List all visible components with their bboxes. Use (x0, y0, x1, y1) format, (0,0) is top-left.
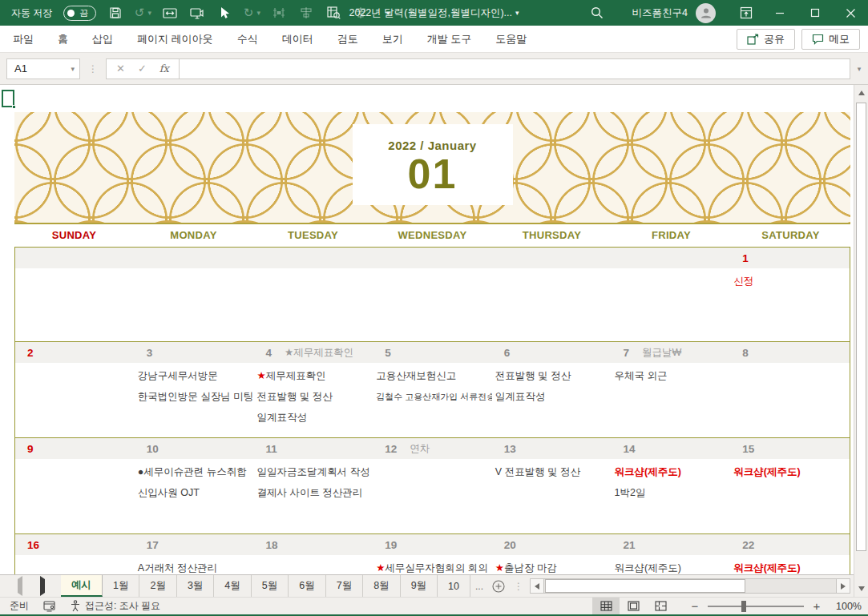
day-cell-9[interactable]: 9 (15, 438, 135, 533)
page-break-preview-button[interactable] (647, 598, 674, 614)
day-cell[interactable] (15, 248, 135, 341)
scroll-right-icon[interactable] (836, 579, 850, 593)
sheet-tab-10[interactable]: 10 (438, 575, 470, 597)
save-icon[interactable] (107, 5, 123, 21)
zoom-out-button[interactable]: − (687, 599, 703, 613)
zoom-in-button[interactable]: + (809, 599, 825, 613)
minimize-button[interactable] (762, 0, 797, 26)
zoom-level[interactable]: 100% (825, 601, 862, 612)
switch-windows-icon[interactable] (162, 5, 178, 21)
date-note: 월급날₩ (642, 346, 681, 360)
day-cell-6[interactable]: 6전표발행 및 정산일계표작성 (492, 342, 612, 437)
schedule-entry: ★제무제표확인 (256, 365, 371, 386)
ribbon-display-options-icon[interactable] (730, 0, 762, 26)
sheet-tab-1월[interactable]: 1월 (103, 575, 139, 597)
sheet-tab-7월[interactable]: 7월 (326, 575, 363, 597)
day-cell-8[interactable]: 8 (730, 342, 850, 437)
sheet-tab-5월[interactable]: 5월 (252, 575, 289, 597)
close-button[interactable] (833, 0, 868, 26)
day-cell-3[interactable]: 3강남구세무서방문한국법인방문 실장님 미팅 (135, 342, 254, 437)
scroll-down-icon[interactable] (854, 582, 868, 595)
sheet-tab-8월[interactable]: 8월 (363, 575, 400, 597)
fill-handle[interactable] (12, 105, 16, 109)
day-cell[interactable] (135, 248, 254, 341)
day-cell-13[interactable]: 13V 전표발행 및 정산 (492, 438, 612, 533)
ribbon-tab-도움말[interactable]: 도움말 (495, 32, 527, 46)
zoom-slider[interactable] (708, 606, 804, 607)
day-cell-22[interactable]: 22워크샵(제주도) (730, 534, 850, 574)
day-cell-11[interactable]: 11일일자금조달계획서 작성결제사 사이트 정산관리 (253, 438, 373, 533)
user-name[interactable]: 비즈폼친구4 (632, 6, 688, 20)
search-icon[interactable] (583, 0, 612, 26)
comments-button[interactable]: 메모 (801, 29, 860, 50)
scroll-left-icon[interactable] (531, 579, 544, 593)
day-cell-1[interactable]: 1신정 (730, 248, 850, 341)
day-cell-18[interactable]: 18 (253, 534, 373, 574)
find-icon[interactable] (325, 5, 341, 21)
ribbon-tab-수식[interactable]: 수식 (237, 32, 258, 46)
ribbon-tab-홈[interactable]: 홈 (58, 32, 68, 46)
selected-cell-a1[interactable] (2, 90, 14, 107)
day-cell-16[interactable]: 16 (15, 534, 135, 574)
horizontal-scrollbar[interactable] (530, 578, 850, 594)
pointer-icon[interactable] (216, 5, 232, 21)
vertical-scrollbar[interactable] (854, 85, 868, 597)
ribbon-tab-데이터[interactable]: 데이터 (282, 32, 313, 46)
avatar[interactable] (696, 3, 716, 23)
day-cell-15[interactable]: 15워크샵(제주도) (730, 438, 850, 533)
tab-scroll-right-icon[interactable] (40, 579, 45, 594)
sheet-tab-3월[interactable]: 3월 (177, 575, 214, 597)
accessibility-status[interactable]: 접근성: 조사 필요 (70, 599, 160, 613)
day-cell-10[interactable]: 10●세무이슈관련 뉴스취합신입사원 OJT (135, 438, 254, 533)
vertical-scroll-thumb[interactable] (856, 103, 866, 551)
day-cell-2[interactable]: 2 (15, 342, 135, 437)
name-box[interactable]: A1 ▾ (6, 58, 80, 79)
day-cell[interactable] (373, 248, 492, 341)
entry-text: 우체국 외근 (615, 370, 668, 381)
ribbon-tab-개발 도구[interactable]: 개발 도구 (427, 32, 472, 46)
ribbon-tab-삽입[interactable]: 삽입 (92, 32, 113, 46)
sheet-tab-4월[interactable]: 4월 (214, 575, 251, 597)
share-button[interactable]: 공유 (737, 29, 795, 50)
day-entries (373, 268, 492, 271)
sheet-tab-6월[interactable]: 6월 (289, 575, 325, 597)
day-cell-5[interactable]: 5고용산재보험신고김철수 고용산재가입 서류전송 (373, 342, 492, 437)
day-cell[interactable] (253, 248, 373, 341)
day-cell[interactable] (612, 248, 731, 341)
horizontal-scroll-thumb[interactable] (545, 579, 745, 593)
day-cell-19[interactable]: 19★세무실무자협회의 회의 (373, 534, 492, 574)
ribbon-tab-파일[interactable]: 파일 (13, 32, 34, 46)
display-settings-icon[interactable] (189, 5, 205, 21)
name-box-dropdown-icon[interactable]: ▾ (71, 65, 75, 73)
ribbon-tab-페이지 레이아웃[interactable]: 페이지 레이아웃 (137, 32, 213, 46)
day-cell-20[interactable]: 20★출납장 마감 (492, 534, 612, 574)
page-layout-view-button[interactable] (620, 598, 647, 614)
day-cell-17[interactable]: 17A거래처 정산관리 (135, 534, 254, 574)
new-sheet-button[interactable] (488, 575, 509, 597)
day-entries: 전표발행 및 정산일계표작성 (492, 363, 612, 407)
ribbon-tab-검토[interactable]: 검토 (337, 32, 358, 46)
day-entries: 강남구세무서방문한국법인방문 실장님 미팅 (135, 363, 254, 407)
day-cell-4[interactable]: 4★제무제표확인★제무제표확인전표발행 및 정산일계표작성 (253, 342, 373, 437)
autosave-toggle[interactable]: 끔 (63, 6, 96, 21)
ribbon-tab-보기[interactable]: 보기 (382, 32, 403, 46)
day-cell-14[interactable]: 14워크샵(제주도)1박2일 (612, 438, 731, 533)
normal-view-button[interactable] (592, 598, 620, 614)
formula-bar-expand-icon[interactable]: ▾ (850, 65, 868, 73)
zoom-slider-thumb[interactable] (741, 601, 746, 612)
entry-text: 제무제표확인 (266, 370, 326, 381)
day-cell-7[interactable]: 7월급날₩우체국 외근 (612, 342, 731, 437)
day-cell-12[interactable]: 12연차 (373, 438, 492, 533)
scroll-up-icon[interactable] (854, 87, 868, 99)
sheet-tab-예시[interactable]: 예시 (61, 575, 103, 597)
day-cell[interactable] (492, 248, 612, 341)
day-cell-21[interactable]: 21워크샵(제주도) (612, 534, 731, 574)
sheet-tab-2월[interactable]: 2월 (139, 575, 176, 597)
worksheet-area[interactable]: 2022 / January 01 SUNDAYMONDAYTUESDAYWED… (0, 85, 854, 574)
formula-input[interactable] (180, 58, 850, 79)
sheet-tab-9월[interactable]: 9월 (401, 575, 438, 597)
maximize-button[interactable] (797, 0, 833, 26)
window-title[interactable]: 2022년 달력(월별일정,월별디자인)... ▾ (349, 0, 519, 26)
insert-function-icon[interactable]: fx (159, 62, 169, 74)
macro-record-icon[interactable] (43, 601, 55, 612)
